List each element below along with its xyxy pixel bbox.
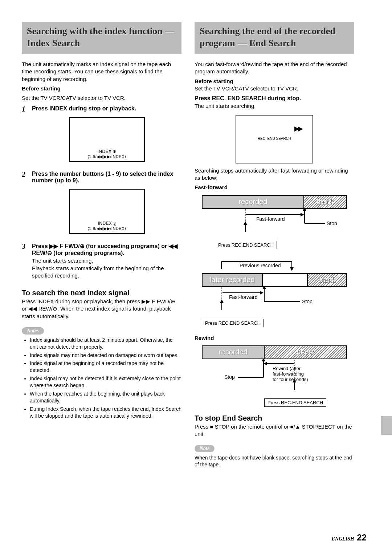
svg-marker-16 [220,299,224,303]
index-search-heading: Searching with the index function — Inde… [22,22,181,54]
right-column: Searching the end of the recorded progra… [195,22,354,540]
press-rec-end-heading: Press REC. END SEARCH during stop. [195,94,354,102]
notes-pill: Notes [22,327,44,335]
note-item: Index signals should be at least 2 minut… [30,337,181,351]
footer-page-number: 22 [357,532,367,542]
end-search-intro: You can fast-forward/rewind the tape at … [195,61,354,76]
note-item: Index signal may not be detected if it i… [30,375,181,389]
fast-forward-arrow-label: Fast-forward [229,294,258,300]
end-search-display: ▶▶ REC. END SEARCH [236,115,313,163]
next-index-heading: To search the next index signal [22,289,181,297]
note-item: When the tape reaches at the beginning, … [30,390,181,404]
lcd-bottom-label: ⟨1-9/◀◀|▶▶/INDEX⟩ [70,226,144,231]
stop-end-search-text: Press ■ STOP on the remote control or ■/… [195,423,354,438]
before-starting-heading: Before starting [195,78,354,85]
footer-language: ENGLISH [332,536,354,542]
step-1-heading: Press INDEX during stop or playback. [32,105,181,112]
lcd-index-label: INDEX [98,221,112,226]
stop-label: Stop [327,220,337,226]
end-search-heading: Searching the end of the recorded progra… [195,22,354,54]
press-rec-end-label: Press REC.END SEARCH [215,241,277,249]
lcd-screen-1: INDEX ✱ ⟨1-9/◀◀|▶▶/INDEX⟩ [69,117,145,162]
fast-forward-arrow-label: Fast-forward [256,216,285,222]
recorded-segment: recorded [203,346,265,358]
svg-marker-4 [244,221,247,225]
before-starting-heading: Before starting [22,85,181,92]
step-2: 2 Press the number buttons (1 - 9) to se… [22,171,181,239]
svg-marker-18 [262,287,266,289]
step-3-heading: Press ▶▶ F FWD/⊕ (for succeeding program… [32,243,181,256]
lcd-index-label: INDEX [97,149,111,154]
recorded-segment: recorded [203,196,304,208]
step-number: 1 [22,105,28,113]
svg-marker-6 [303,209,306,211]
rewind-diagram: recorded blank Stop Rewind (after [202,345,347,407]
index-intro: The unit automatically marks an index si… [22,61,181,83]
single-note-text: When the tape does not have blank space,… [195,454,354,468]
blank-segment: blank [265,346,346,358]
side-tab [381,416,392,435]
ff-diagram-2: Previous recorded later recorded blank F… [202,258,347,327]
rewind-after-label: Rewind (after fast-forwarding for four s… [273,366,308,382]
note-item: Index signal at the beginning of a recor… [30,360,181,374]
lcd-index-symbol: ✱ [113,149,116,154]
gap-segment [263,274,308,286]
rec-end-search-label: REC. END SEARCH [236,137,313,141]
before-starting-text: Set the TV VCR/CATV selector to TV VCR. [22,94,181,102]
fast-forward-heading: Fast-forward [195,184,354,191]
blank-segment: blank [304,196,346,208]
step-number: 2 [22,171,28,178]
page-footer: ENGLISH 22 [332,532,367,543]
note-item: Index signals may not be detected on dam… [30,352,181,359]
stop-label: Stop [224,374,235,380]
next-index-text: Press INDEX during stop or playback, the… [22,298,181,320]
note-pill: Note [195,445,215,452]
press-rec-end-text: The unit starts searching. [195,102,354,110]
press-rec-end-label: Press REC.END SEARCH [202,319,264,327]
ff-diagram-1: recorded blank Fast-forward Stop Press R… [202,195,347,249]
note-item: During Index Search, when the tape reach… [30,406,181,420]
step-2-heading: Press the number buttons (1 - 9) to sele… [32,171,181,184]
svg-marker-14 [260,291,264,295]
blank-segment: blank [308,274,346,286]
later-recorded-segment: later recorded [203,274,263,286]
left-column: Searching with the index function — Inde… [22,22,181,540]
svg-marker-2 [301,213,304,216]
lcd-screen-2: INDEX 3̲ ⟨1-9/◀◀|▶▶/INDEX⟩ [69,189,145,234]
lcd-bottom-label: ⟨1-9/◀◀|▶▶/INDEX⟩ [70,154,144,159]
step-1: 1 Press INDEX during stop or playback. I… [22,105,181,167]
press-rec-end-label: Press REC.END SEARCH [264,398,326,407]
stop-label: Stop [302,299,313,304]
svg-marker-24 [262,359,265,361]
previous-recorded-label: Previous recorded [240,263,281,268]
notes-list: Index signals should be at least 2 minut… [22,337,181,420]
fast-forward-icon: ▶▶ [294,125,302,133]
svg-marker-11 [290,267,294,271]
rewind-heading: Rewind [195,335,354,342]
lcd-index-symbol: 3̲ [113,221,116,226]
step-number: 3 [22,243,28,250]
step-3: 3 Press ▶▶ F FWD/⊕ (for succeeding progr… [22,243,181,281]
after-search-text: Searching stops automatically after fast… [195,167,354,182]
step-3-body: The unit starts searching. Playback star… [32,257,181,279]
svg-marker-22 [264,362,267,365]
stop-end-search-heading: To stop End Search [195,414,354,422]
before-starting-text: Set the TV VCR/CATV selector to TV VCR. [195,85,354,92]
